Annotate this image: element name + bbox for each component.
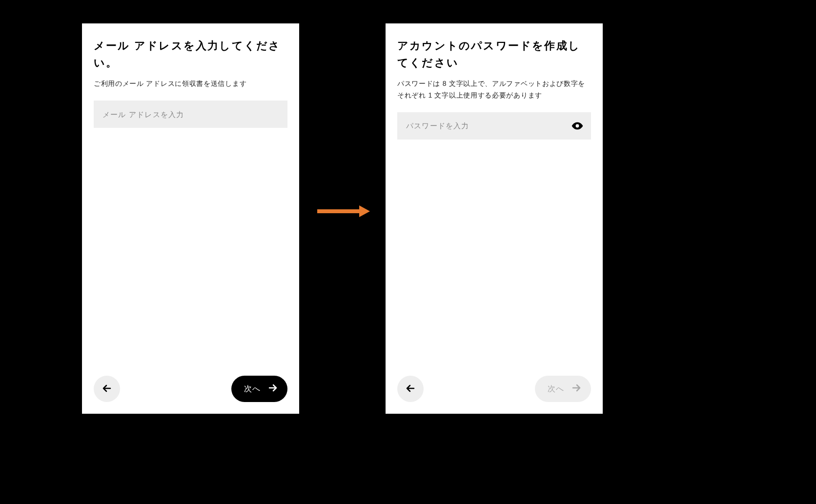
page-subtitle: ご利用のメール アドレスに領収書を送信します (94, 78, 287, 90)
back-button[interactable] (94, 376, 120, 402)
bottom-navigation: 次へ (397, 376, 591, 402)
show-password-icon[interactable] (571, 119, 584, 133)
password-input-wrapper (397, 112, 591, 140)
page-title: メール アドレスを入力してください。 (94, 37, 287, 71)
page-title: アカウントのパスワードを作成してください (397, 37, 591, 71)
arrow-left-icon (101, 383, 113, 396)
svg-marker-1 (359, 205, 370, 217)
next-button[interactable]: 次へ (535, 376, 591, 402)
next-button-label: 次へ (548, 384, 565, 394)
email-entry-screen: メール アドレスを入力してください。 ご利用のメール アドレスに領収書を送信しま… (82, 23, 299, 414)
bottom-navigation: 次へ (94, 376, 287, 402)
back-button[interactable] (397, 376, 424, 402)
flow-arrow-icon (317, 204, 370, 219)
page-subtitle: パスワードは 8 文字以上で、アルファベットおよび数字をそれぞれ 1 文字以上使… (397, 78, 591, 101)
arrow-right-icon (571, 382, 582, 396)
email-field[interactable] (94, 101, 287, 128)
arrow-right-icon (267, 382, 279, 396)
next-button[interactable]: 次へ (231, 376, 287, 402)
arrow-left-icon (405, 383, 416, 396)
email-input-wrapper (94, 101, 287, 128)
next-button-label: 次へ (244, 384, 261, 394)
password-entry-screen: アカウントのパスワードを作成してください パスワードは 8 文字以上で、アルファ… (386, 23, 603, 414)
password-field[interactable] (397, 112, 591, 140)
svg-point-2 (576, 124, 579, 128)
